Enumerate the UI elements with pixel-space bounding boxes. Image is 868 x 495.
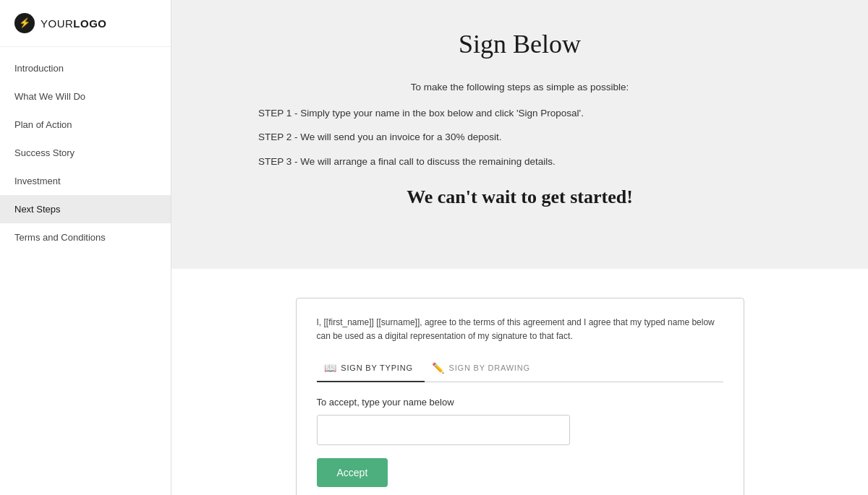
name-input[interactable] [317,415,570,445]
logo-bold: LOGO [73,17,106,30]
sidebar-item-terms-and-conditions[interactable]: Terms and Conditions [0,223,171,251]
agreement-text: I, [[first_name]] [[surname]], agree to … [317,316,723,343]
book-icon: 📖 [324,362,337,374]
sidebar-item-investment[interactable]: Investment [0,167,171,195]
main-content: Sign Below To make the following steps a… [171,0,868,495]
hero-step2: STEP 2 - We will send you an invoice for… [229,129,810,145]
tab-typing-label: SIGN BY TYPING [341,363,412,372]
signature-card: I, [[first_name]] [[surname]], agree to … [296,298,744,495]
signature-section: I, [[first_name]] [[surname]], agree to … [171,269,868,495]
sidebar-item-plan-of-action[interactable]: Plan of Action [0,111,171,139]
sidebar-item-next-steps[interactable]: Next Steps [0,195,171,223]
sidebar-item-what-we-will-do[interactable]: What We Will Do [0,82,171,111]
logo-area: ⚡ YOURLOGO [0,0,171,47]
logo-text: YOURLOGO [41,17,107,30]
tab-sign-by-drawing[interactable]: ✏️ SIGN BY DRAWING [425,356,542,382]
accept-button[interactable]: Accept [317,458,388,487]
sidebar: ⚡ YOURLOGO IntroductionWhat We Will DoPl… [0,0,171,495]
hero-intro: To make the following steps as simple as… [229,79,810,95]
tab-drawing-label: SIGN BY DRAWING [449,363,530,372]
sidebar-item-success-story[interactable]: Success Story [0,139,171,167]
sign-input-label: To accept, type your name below [317,397,723,408]
sidebar-item-introduction[interactable]: Introduction [0,54,171,82]
logo-icon: ⚡ [14,13,35,33]
hero-section: Sign Below To make the following steps a… [171,0,868,246]
pen-icon: ✏️ [432,362,445,374]
sidebar-nav: IntroductionWhat We Will DoPlan of Actio… [0,47,171,251]
scallop-divider [171,246,868,269]
hero-step3: STEP 3 - We will arrange a final call to… [229,154,810,170]
tab-sign-by-typing[interactable]: 📖 SIGN BY TYPING [317,356,425,382]
sign-tabs: 📖 SIGN BY TYPING ✏️ SIGN BY DRAWING [317,356,723,382]
hero-step1: STEP 1 - Simply type your name in the bo… [229,106,810,121]
logo-plain: YOUR [41,17,73,30]
hero-exclaim: We can't wait to get started! [229,186,810,208]
hero-title: Sign Below [229,29,810,59]
